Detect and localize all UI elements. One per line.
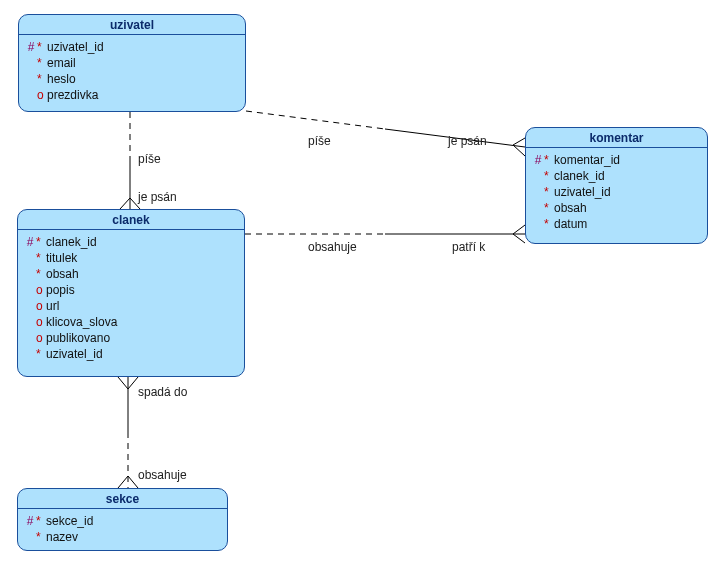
label-patrik: patří k	[452, 240, 485, 254]
svg-line-14	[118, 377, 128, 389]
attr-row: oklicova_slova	[24, 314, 238, 330]
attr-row: *heslo	[25, 71, 239, 87]
svg-line-7	[513, 145, 525, 156]
entity-komentar: komentar #*komentar_id *clanek_id *uziva…	[525, 127, 708, 244]
label-jepsan-horizontal: je psán	[448, 134, 487, 148]
attr-row: *datum	[532, 216, 701, 232]
attr-row: opopis	[24, 282, 238, 298]
svg-line-11	[513, 234, 525, 243]
entity-title: uzivatel	[19, 15, 245, 35]
attr-row: *clanek_id	[532, 168, 701, 184]
attr-row: #*uzivatel_id	[25, 39, 239, 55]
attr-row: #*sekce_id	[24, 513, 221, 529]
entity-body: #*sekce_id *nazev	[18, 509, 227, 551]
svg-line-16	[118, 476, 128, 488]
attr-row: *obsah	[24, 266, 238, 282]
svg-line-2	[120, 198, 130, 209]
attr-row: #*komentar_id	[532, 152, 701, 168]
attr-row: oprezdivka	[25, 87, 239, 103]
svg-line-10	[513, 225, 525, 234]
attr-row: *nazev	[24, 529, 221, 545]
attr-row: *email	[25, 55, 239, 71]
attr-row: ourl	[24, 298, 238, 314]
svg-line-6	[513, 138, 525, 145]
entity-body: #*uzivatel_id *email *heslo oprezdivka	[19, 35, 245, 109]
label-pise-vertical: píše	[138, 152, 161, 166]
entity-sekce: sekce #*sekce_id *nazev	[17, 488, 228, 551]
label-obsahuje-vertical: obsahuje	[138, 468, 187, 482]
label-jepsan-vertical: je psán	[138, 190, 177, 204]
entity-body: #*clanek_id *titulek *obsah opopis ourl …	[18, 230, 244, 368]
entity-title: clanek	[18, 210, 244, 230]
entity-uzivatel: uzivatel #*uzivatel_id *email *heslo opr…	[18, 14, 246, 112]
svg-line-17	[128, 476, 138, 488]
attr-row: #*clanek_id	[24, 234, 238, 250]
entity-clanek: clanek #*clanek_id *titulek *obsah opopi…	[17, 209, 245, 377]
attr-row: *uzivatel_id	[24, 346, 238, 362]
label-spada-do: spadá do	[138, 385, 187, 399]
entity-title: sekce	[18, 489, 227, 509]
entity-body: #*komentar_id *clanek_id *uzivatel_id *o…	[526, 148, 707, 238]
label-pise-horizontal: píše	[308, 134, 331, 148]
attr-row: opublikovano	[24, 330, 238, 346]
attr-row: *titulek	[24, 250, 238, 266]
svg-line-4	[246, 111, 385, 129]
svg-line-15	[128, 377, 138, 389]
label-obsahuje-horizontal: obsahuje	[308, 240, 357, 254]
attr-row: *uzivatel_id	[532, 184, 701, 200]
entity-title: komentar	[526, 128, 707, 148]
attr-row: *obsah	[532, 200, 701, 216]
